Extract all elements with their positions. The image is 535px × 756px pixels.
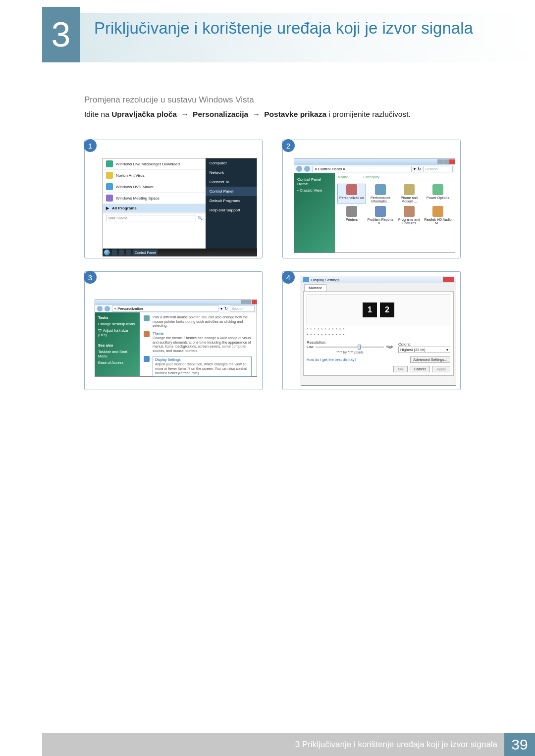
chevron-down-icon[interactable]: ▾ (220, 306, 222, 311)
close-icon[interactable] (252, 300, 257, 304)
taskbar-quicklaunch[interactable] (126, 250, 131, 255)
cp-item[interactable]: Realtek HD Audio M... (424, 206, 452, 225)
tab-monitor[interactable]: Monitor (304, 284, 326, 291)
right-item[interactable]: Computer (206, 158, 257, 168)
col-name: Name (338, 175, 348, 179)
panel-number: 2 (282, 139, 295, 152)
right-item-control-panel[interactable]: Control Panel (206, 187, 257, 196)
task-link[interactable]: 🛡 Adjust font size (DPI) (98, 327, 137, 338)
start-item[interactable]: Norton AntiVirus (103, 170, 206, 181)
see-also-header: See also (98, 343, 137, 348)
personalization-entry[interactable]: Mouse Pointers Pick a different mouse po… (144, 315, 253, 328)
dialog-tabs: Monitor (301, 283, 456, 291)
cp-item[interactable]: Printers (338, 206, 366, 225)
minimize-icon[interactable] (437, 159, 443, 164)
entry-desc: Adjust your monitor resolution, which ch… (155, 362, 249, 375)
all-programs[interactable]: ▶All Programs (103, 204, 206, 213)
taskbar: Control Panel (103, 249, 257, 256)
forward-icon[interactable] (304, 166, 310, 172)
right-item[interactable]: Default Programs (206, 196, 257, 205)
search-field[interactable]: Search (230, 305, 255, 312)
apply-button[interactable]: Apply (432, 366, 450, 372)
help-link[interactable]: How do I get the best display? (307, 357, 356, 362)
cp-item[interactable]: Phone and Modem ... (395, 184, 423, 203)
refresh-icon[interactable]: ↻ (418, 167, 421, 171)
cp-item[interactable]: Power Options (424, 184, 452, 203)
right-item[interactable]: Help and Support (206, 205, 257, 215)
address-bar: « Control Panel » ▾ ↻ Search (294, 165, 455, 173)
maximize-icon[interactable] (246, 300, 251, 304)
screenshot-grid: 1 Windows Live Messenger Download Norton… (84, 140, 461, 390)
app-icon (106, 172, 113, 179)
personalization-entry[interactable]: Theme Change the theme. Themes can chang… (144, 331, 253, 353)
see-link[interactable]: Ease of Access (98, 359, 137, 366)
close-icon[interactable] (449, 159, 455, 164)
display-settings-dialog: Display Settings Monitor 1 2 * * * * * *… (301, 276, 456, 386)
cancel-button[interactable]: Cancel (410, 366, 430, 372)
maximize-icon[interactable] (443, 159, 449, 164)
entry-title: Theme (153, 331, 252, 336)
minimize-icon[interactable] (241, 300, 246, 304)
close-icon[interactable] (443, 277, 454, 282)
refresh-icon[interactable]: ↻ (224, 306, 228, 311)
search-icon: 🔍 (198, 216, 203, 220)
search-field[interactable]: Search (423, 166, 453, 172)
cp-icon-grid: Personalizati on Performance Informatio.… (335, 181, 455, 228)
breadcrumb[interactable]: « Control Panel » (312, 166, 412, 172)
chevron-down-icon[interactable]: ▾ (414, 167, 416, 171)
task-link[interactable]: Change desktop icons (98, 321, 137, 327)
breadcrumb[interactable]: « Personalization (112, 305, 218, 312)
cp-main: Name Category Personalizati on Performan… (335, 173, 455, 252)
back-icon[interactable] (296, 166, 302, 172)
colors-select[interactable]: Highest (32 bit)▾ (398, 347, 450, 353)
monitor-icon (303, 277, 309, 282)
address-bar: « Personalization ▾ ↻ Search (95, 305, 257, 312)
slider-thumb[interactable] (358, 345, 361, 350)
monitor-2[interactable]: 2 (380, 302, 394, 317)
slider-track[interactable] (316, 347, 384, 348)
dialog-buttons: OK Cancel Apply (307, 366, 450, 372)
slider-low: Low (307, 345, 314, 349)
start-item[interactable]: Windows Meeting Space (103, 193, 206, 204)
back-icon[interactable] (97, 306, 103, 311)
cp-item-personalization[interactable]: Personalizati on (338, 184, 366, 203)
panel-3: 3 « Personalization ▾ ↻ Search Tasks Cha… (84, 271, 263, 390)
chapter-number: 3 (52, 15, 71, 54)
cp-sidebar: Control Panel Home • Classic View (294, 173, 335, 252)
checkbox-stub[interactable]: * * * * * * * * * * * (307, 333, 450, 337)
instruction-prefix: Idite na (84, 110, 111, 118)
resolution-slider[interactable]: Low High (307, 345, 393, 349)
dialog-body: 1 2 * * * * * * * * * * * * * * * * * * … (303, 291, 454, 376)
panel-4: 4 Display Settings Monitor 1 2 * * * * *… (282, 271, 461, 390)
taskbar-quicklaunch[interactable] (112, 250, 117, 255)
list-header: Name Category (335, 173, 455, 181)
panel-number: 3 (84, 271, 97, 284)
advanced-button[interactable]: Advanced Settings... (410, 356, 450, 363)
monitor-1[interactable]: 1 (363, 302, 377, 317)
sidebar-link[interactable]: Control Panel Home (297, 176, 332, 187)
taskbar-quicklaunch[interactable] (119, 250, 124, 255)
start-item[interactable]: Windows DVD Maker (103, 181, 206, 193)
monitor-preview[interactable]: 1 2 (307, 295, 450, 325)
sidebar-link[interactable]: • Classic View (297, 187, 332, 194)
taskbar-button[interactable]: Control Panel (133, 250, 158, 255)
cp-item[interactable]: Problem Reports a... (367, 206, 394, 225)
forward-icon[interactable] (105, 306, 110, 311)
start-item[interactable]: Windows Live Messenger Download (103, 158, 206, 170)
cp-item[interactable]: Programs and Features (395, 206, 423, 225)
instruction-suffix: i promijenite razlučivost. (328, 110, 410, 118)
personalization-entry-display[interactable]: Display Settings Adjust your monitor res… (144, 356, 253, 377)
start-search[interactable]: 🔍 (103, 213, 206, 223)
cp-item[interactable]: Performance Informatio... (367, 184, 394, 203)
control-panel-window: « Control Panel » ▾ ↻ Search Control Pan… (294, 158, 455, 253)
colors-label: Colors: (398, 342, 450, 347)
panel-number: 4 (282, 271, 295, 284)
right-item[interactable]: Network (206, 168, 257, 177)
right-item[interactable]: Connect To (206, 177, 257, 187)
see-link[interactable]: Taskbar and Start Menu (98, 349, 137, 359)
checkbox-stub[interactable]: * * * * * * * * * * * (307, 327, 450, 332)
ok-button[interactable]: OK (393, 366, 408, 372)
start-menu-right-pane: Computer Network Connect To Control Pane… (206, 158, 257, 252)
search-input[interactable] (106, 215, 196, 221)
start-orb-icon[interactable] (104, 250, 110, 255)
